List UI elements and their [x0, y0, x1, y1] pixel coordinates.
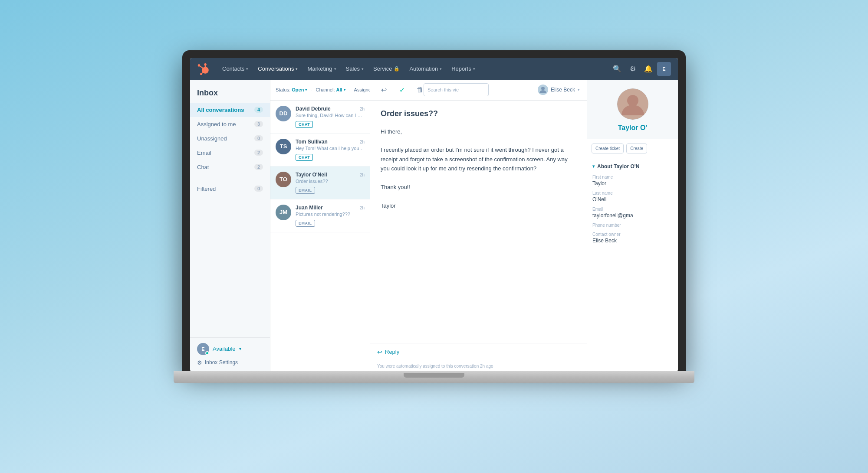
nav-item-service[interactable]: Service 🔒: [369, 63, 404, 75]
filters-bar: Status: Open ▾ · Channel: All ▾ · Assign: [270, 80, 370, 101]
conversation-subject: Order issues??: [381, 109, 576, 118]
conversation-body: Order issues?? Hi there, I recently plac…: [370, 101, 587, 343]
search-input[interactable]: [424, 83, 489, 96]
conversation-item-juan[interactable]: JM Juan Miller 2h Pictures not rendering…: [270, 199, 370, 232]
contact-panel: Taylor O' Create ticket Create ▾ About T…: [587, 80, 678, 371]
conv-avatar-tom: TS: [276, 139, 291, 154]
contact-avatar-large: [617, 88, 648, 120]
sidebar-bottom: E Available ▾ ⚙ Inbox Settings: [190, 337, 270, 371]
conversation-view: ↩ ✓ 🗑 Elise Beck: [370, 80, 587, 371]
sidebar-item-all-conversations[interactable]: All conversations 4: [190, 103, 270, 117]
conversation-message: Hi there, I recently placed an order but…: [381, 127, 576, 211]
lock-icon: 🔒: [394, 66, 400, 72]
chevron-down-icon: ▾: [440, 67, 442, 71]
svg-point-3: [627, 95, 638, 106]
sidebar-divider: [190, 178, 270, 178]
sidebar-item-chat[interactable]: Chat 2: [190, 160, 270, 174]
conv-avatar-taylor: TO: [276, 172, 291, 187]
create-ticket-button[interactable]: Create ticket: [592, 144, 624, 153]
screen-bezel: Contacts ▾ Conversations ▾ Marketing ▾ S…: [182, 50, 686, 371]
conv-avatar-david: DD: [276, 106, 291, 121]
user-menu-button[interactable]: E: [657, 62, 671, 76]
chevron-down-icon: ▾: [239, 346, 241, 351]
nav-item-marketing[interactable]: Marketing ▾: [303, 63, 340, 75]
chevron-down-icon: ▾: [246, 67, 248, 71]
assignee-avatar: [538, 85, 548, 95]
sidebar: Inbox All conversations 4 Assigned to me…: [190, 80, 270, 371]
settings-button[interactable]: ⚙: [626, 62, 640, 76]
nav-item-reports[interactable]: Reports ▾: [447, 63, 480, 75]
chevron-down-icon: ▾: [296, 67, 298, 71]
back-button[interactable]: ↩: [377, 83, 390, 96]
chevron-down-icon: ▾: [305, 88, 307, 92]
contact-hero: Taylor O': [587, 80, 678, 139]
search-wrap: [424, 83, 489, 96]
chevron-down-icon: ▾: [578, 88, 580, 92]
collapse-icon[interactable]: ▾: [592, 164, 595, 169]
reply-button[interactable]: ↩ Reply: [377, 349, 399, 356]
sidebar-item-unassigned[interactable]: Unassigned 0: [190, 131, 270, 146]
contact-name: Taylor O': [618, 124, 648, 132]
sidebar-navigation: All conversations 4 Assigned to me 3 Una…: [190, 103, 270, 337]
nav-item-conversations[interactable]: Conversations ▾: [253, 63, 302, 75]
assignee-selector[interactable]: Elise Beck ▾: [538, 85, 580, 95]
chevron-down-icon: ▾: [334, 67, 336, 71]
assignee-photo-placeholder: [538, 85, 548, 95]
user-avatar-wrap: E: [197, 343, 209, 355]
hubspot-logo[interactable]: [197, 62, 211, 76]
phone-field: Phone number: [592, 223, 673, 228]
conv-info-tom: Tom Sullivan 2h Hey Tom! What can I help…: [296, 139, 365, 161]
status-dot: [205, 351, 209, 355]
sidebar-item-assigned-to-me[interactable]: Assigned to me 3: [190, 117, 270, 131]
main-content-area: Inbox All conversations 4 Assigned to me…: [190, 80, 678, 371]
sidebar-title: Inbox: [190, 80, 270, 103]
nav-item-sales[interactable]: Sales ▾: [342, 63, 368, 75]
resolve-button[interactable]: ✓: [395, 83, 408, 96]
chevron-down-icon: ▾: [344, 88, 346, 92]
conv-info-juan: Juan Miller 2h Pictures not rendering???…: [296, 205, 365, 227]
about-section: ▾ About Taylor O'N First name Taylor Las…: [587, 158, 678, 371]
conversation-list-panel: Status: Open ▾ · Channel: All ▾ · Assign: [270, 80, 370, 371]
conversation-item-taylor[interactable]: TO Taylor O'Neil 2h Order issues?? EMAIL: [270, 166, 370, 199]
auto-assign-note: You were automatically assigned to this …: [370, 361, 587, 371]
email-field: Email taylorfoneil@gma: [592, 207, 673, 219]
nav-items-list: Contacts ▾ Conversations ▾ Marketing ▾ S…: [218, 63, 610, 75]
contact-actions-bar: Create ticket Create: [587, 139, 678, 158]
status-text: Available: [213, 346, 236, 352]
status-filter[interactable]: Status: Open ▾: [276, 87, 307, 92]
svg-point-1: [541, 87, 545, 90]
conversation-list: DD David Debrule 2h Sure thing, David! H…: [270, 101, 370, 371]
chevron-down-icon: ▾: [473, 67, 475, 71]
about-header: ▾ About Taylor O'N: [592, 163, 673, 170]
conversation-item-tom[interactable]: TS Tom Sullivan 2h Hey Tom! What can I h…: [270, 134, 370, 166]
last-name-field: Last name O'Neil: [592, 191, 673, 202]
screen-content: Contacts ▾ Conversations ▾ Marketing ▾ S…: [190, 58, 678, 371]
gear-icon: ⚙: [197, 359, 202, 366]
nav-action-icons: 🔍 ⚙ 🔔 E: [610, 62, 671, 76]
notifications-button[interactable]: 🔔: [641, 62, 655, 76]
create-button[interactable]: Create: [626, 144, 647, 153]
conversation-item-david[interactable]: DD David Debrule 2h Sure thing, David! H…: [270, 101, 370, 134]
conv-info-taylor: Taylor O'Neil 2h Order issues?? EMAIL: [296, 172, 365, 194]
conv-avatar-juan: JM: [276, 205, 291, 220]
laptop-base: [174, 371, 694, 383]
sidebar-item-filtered[interactable]: Filtered 0: [190, 182, 270, 196]
user-status-indicator[interactable]: E Available ▾: [197, 343, 263, 355]
reply-icon: ↩: [377, 349, 382, 356]
sidebar-item-email[interactable]: Email 2: [190, 146, 270, 160]
laptop-container: Contacts ▾ Conversations ▾ Marketing ▾ S…: [182, 50, 686, 423]
reply-footer: ↩ Reply: [370, 343, 587, 361]
chevron-down-icon: ▾: [362, 67, 364, 71]
channel-filter[interactable]: Channel: All ▾: [316, 87, 345, 92]
search-button[interactable]: 🔍: [610, 62, 624, 76]
first-name-field: First name Taylor: [592, 175, 673, 186]
nav-item-automation[interactable]: Automation ▾: [405, 63, 446, 75]
inbox-settings-link[interactable]: ⚙ Inbox Settings: [197, 359, 263, 366]
conv-info-david: David Debrule 2h Sure thing, David! How …: [296, 106, 365, 128]
top-navigation: Contacts ▾ Conversations ▾ Marketing ▾ S…: [190, 58, 678, 80]
nav-item-contacts[interactable]: Contacts ▾: [218, 63, 253, 75]
owner-field: Contact owner Elise Beck: [592, 232, 673, 244]
